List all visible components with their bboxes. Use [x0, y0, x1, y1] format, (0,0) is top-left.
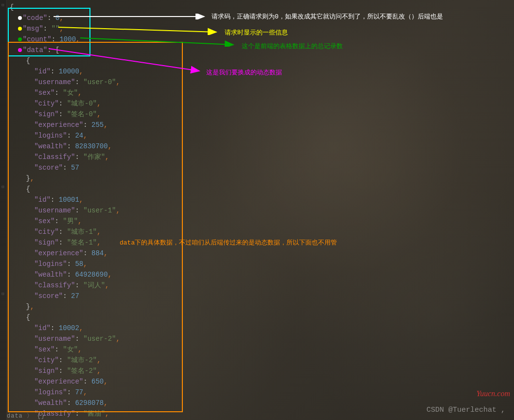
- code-line: "id": 10001,: [10, 194, 514, 205]
- code-line: "score": 57: [10, 162, 514, 173]
- code-line: "sign": "签名-0",: [10, 109, 514, 120]
- code-line: "sign": "签名-2",: [10, 366, 514, 376]
- code-line: "logins": 58,: [10, 259, 514, 269]
- code-line: "username": "user-2",: [10, 333, 514, 344]
- code-line: "experience": 650,: [10, 376, 514, 387]
- code-line: "city": "城市-2",: [10, 355, 514, 366]
- code-line: {: [10, 55, 514, 66]
- code-line: {: [10, 2, 514, 13]
- annotation-data: 这是我们要换成的动态数据: [206, 68, 282, 77]
- code-line: },: [10, 301, 514, 312]
- code-line: "sex": "男",: [10, 216, 514, 227]
- code-line: "username": "user-1",: [10, 205, 514, 216]
- annotation-body: data下的具体数据，不过咱们从后端传过来的是动态数据，所以下面也不用管: [120, 238, 337, 247]
- code-line: "id": 10002,: [10, 323, 514, 333]
- watermark-csdn: CSDN @Tuerlechat ,: [426, 406, 505, 414]
- code-editor[interactable]: { "code": 0, "msg": "", "count": 1000, "…: [0, 0, 514, 419]
- code-line: {: [10, 184, 514, 194]
- code-line: "classify": "作家",: [10, 152, 514, 162]
- code-line: "score": 27: [10, 291, 514, 301]
- code-line: "wealth": 82830700,: [10, 141, 514, 152]
- code-line: "city": "城市-1",: [10, 227, 514, 237]
- code-line: "classify": "词人",: [10, 280, 514, 291]
- code-line: },: [10, 173, 514, 184]
- code-line: "sex": "女",: [10, 344, 514, 355]
- annotation-code: 请求码，正确请求则为0，如果改成其它就访问不到了，所以不要乱改（）后端也是: [212, 12, 443, 21]
- code-line: "sex": "女",: [10, 88, 514, 98]
- annotation-count: 这个是前端的表格数据上的总记录数: [242, 42, 343, 51]
- code-line: "username": "user-0",: [10, 77, 514, 88]
- code-line: "logins": 77,: [10, 387, 514, 398]
- code-line: "city": "城市-0",: [10, 98, 514, 109]
- annotation-msg: 请求时显示的一些信息: [225, 28, 288, 37]
- watermark-site: Yuucn.com: [477, 389, 510, 398]
- breadcrumb[interactable]: data 〉 {}: [7, 412, 45, 420]
- code-line: "logins": 24,: [10, 130, 514, 141]
- code-line: "experience": 255,: [10, 120, 514, 130]
- code-line: "experience": 884,: [10, 248, 514, 259]
- code-line: "wealth": 64928690,: [10, 269, 514, 280]
- code-line: {: [10, 312, 514, 323]
